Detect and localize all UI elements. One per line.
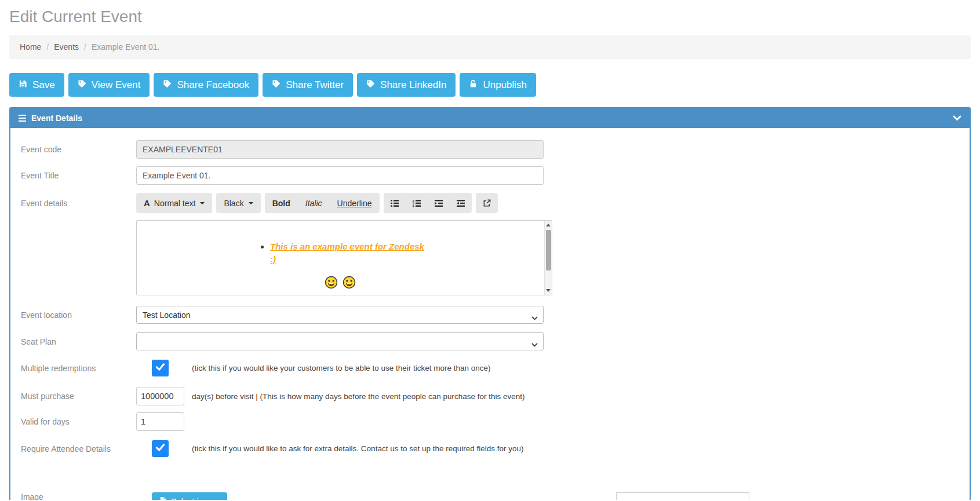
- valid-for-days-label: Valid for days: [21, 417, 136, 426]
- multiple-redemptions-row: Multiple redemptions (tick this if you w…: [21, 360, 970, 376]
- valid-for-days-row: Valid for days: [21, 412, 970, 431]
- export-group: [476, 193, 498, 213]
- editor-text: This is an example event for Zendesk :): [260, 240, 451, 266]
- grinning-face-icon: [325, 276, 338, 291]
- share-linkedin-button[interactable]: Share LinkedIn: [357, 73, 456, 97]
- bold-button[interactable]: Bold: [265, 193, 298, 213]
- require-attendee-details-label: Require Attendee Details: [21, 444, 136, 454]
- scrollbar-thumb[interactable]: [546, 230, 551, 270]
- breadcrumb-separator: /: [46, 42, 49, 52]
- event-details-row: Event details A Normal text Bla: [21, 193, 970, 295]
- share-facebook-button-label: Share Facebook: [177, 79, 249, 91]
- tag-icon: [163, 79, 172, 91]
- tag-icon: [366, 79, 375, 91]
- chevron-down-icon: [531, 339, 538, 349]
- event-details-form: Event code Event Title Event details A N…: [10, 128, 970, 500]
- breadcrumb-events[interactable]: Events: [54, 42, 79, 52]
- breadcrumb: Home / Events / Example Event 01.: [9, 35, 971, 59]
- unlock-icon: [469, 79, 478, 91]
- save-button[interactable]: Save: [9, 73, 64, 97]
- seat-plan-select[interactable]: [136, 332, 544, 350]
- file-icon: [159, 496, 167, 500]
- image-label: Image: [21, 492, 136, 500]
- event-code-label: Event code: [21, 145, 136, 154]
- require-attendee-details-help: (tick this if you would like to ask for …: [192, 444, 524, 453]
- event-details-panel: Event Details Event code Event Title Eve…: [9, 107, 971, 500]
- tag-icon: [272, 79, 280, 91]
- multiple-redemptions-help: (tick this if you would like your custom…: [192, 364, 491, 372]
- editor-content-area[interactable]: This is an example event for Zendesk :): [136, 220, 552, 295]
- action-button-row: Save View Event Share Facebook Share Twi…: [9, 73, 971, 97]
- must-purchase-row: Must purchase day(s) before visit | (Thi…: [21, 387, 970, 405]
- indent-icon[interactable]: [428, 193, 450, 213]
- save-icon: [19, 79, 27, 91]
- share-facebook-button[interactable]: Share Facebook: [154, 73, 258, 97]
- edit-event-page: Edit Current Event Home / Events / Examp…: [0, 8, 980, 500]
- chevron-down-icon[interactable]: [953, 115, 961, 121]
- text-color-label: Black: [224, 199, 243, 208]
- event-location-select[interactable]: Test Location: [136, 306, 544, 324]
- underline-button[interactable]: Underline: [330, 193, 380, 213]
- unordered-list-icon[interactable]: [384, 193, 406, 213]
- share-arrow-icon[interactable]: [476, 193, 498, 213]
- breadcrumb-separator: /: [84, 42, 86, 52]
- save-button-label: Save: [32, 79, 55, 91]
- list-group: [384, 193, 472, 213]
- view-event-button[interactable]: View Event: [68, 73, 150, 97]
- share-linkedin-button-label: Share LinkedIn: [380, 79, 446, 91]
- select-image-button-label: Select image: [171, 497, 220, 500]
- chevron-down-icon: [531, 313, 538, 322]
- color-group: Black: [216, 193, 260, 213]
- text-color-dropdown[interactable]: Black: [216, 193, 260, 213]
- valid-for-days-input[interactable]: [136, 412, 184, 431]
- scroll-down-icon[interactable]: [545, 286, 552, 295]
- caret-down-icon: [200, 202, 205, 204]
- outdent-icon[interactable]: [450, 193, 472, 213]
- event-title-input[interactable]: [136, 166, 544, 185]
- hamburger-icon: [19, 115, 26, 122]
- breadcrumb-current-event: Example Event 01.: [92, 42, 160, 52]
- seat-plan-label: Seat Plan: [21, 337, 136, 346]
- breadcrumb-home[interactable]: Home: [20, 42, 41, 52]
- tag-icon: [78, 79, 86, 91]
- must-purchase-input[interactable]: [136, 387, 184, 405]
- style-group: Bold Italic Underline: [265, 193, 380, 213]
- rich-text-editor: A Normal text Black Bol: [136, 193, 552, 295]
- multiple-redemptions-label: Multiple redemptions: [21, 364, 136, 373]
- editor-toolbar: A Normal text Black Bol: [136, 193, 552, 213]
- must-purchase-label: Must purchase: [21, 392, 136, 401]
- grinning-face-icon: [343, 276, 356, 291]
- event-title-label: Event Title: [21, 171, 136, 180]
- select-image-button[interactable]: Select image: [152, 492, 227, 500]
- editor-scrollbar[interactable]: [544, 221, 552, 295]
- share-twitter-button[interactable]: Share Twitter: [263, 73, 353, 97]
- require-attendee-details-row: Require Attendee Details (tick this if y…: [21, 440, 970, 457]
- require-attendee-details-checkbox[interactable]: [152, 440, 169, 457]
- event-title-row: Event Title: [21, 166, 970, 185]
- editor-emoji-row: [137, 276, 544, 291]
- event-location-row: Event location Test Location: [21, 306, 970, 324]
- event-code-input: [136, 140, 544, 159]
- multiple-redemptions-checkbox[interactable]: [152, 360, 169, 376]
- event-code-row: Event code: [21, 140, 970, 159]
- seat-plan-row: Seat Plan: [21, 332, 970, 350]
- panel-title: Event Details: [31, 114, 82, 123]
- editor-link-line2[interactable]: :): [270, 254, 276, 264]
- event-location-value: Test Location: [143, 310, 191, 320]
- page-title: Edit Current Event: [9, 8, 971, 26]
- text-format-dropdown[interactable]: A Normal text: [136, 193, 212, 213]
- unpublish-button[interactable]: Unpublish: [460, 73, 536, 97]
- editor-link-line1[interactable]: This is an example event for Zendesk: [270, 242, 424, 251]
- italic-button[interactable]: Italic: [298, 193, 330, 213]
- unpublish-button-label: Unpublish: [483, 79, 527, 91]
- event-location-label: Event location: [21, 310, 136, 320]
- event-details-panel-header: Event Details: [10, 108, 970, 128]
- caret-down-icon: [249, 202, 253, 204]
- text-format-label: Normal text: [154, 199, 196, 208]
- checkmark-icon: [154, 441, 166, 456]
- format-group: A Normal text: [136, 193, 212, 213]
- ordered-list-icon[interactable]: [406, 193, 428, 213]
- scroll-up-icon[interactable]: [545, 221, 552, 229]
- must-purchase-help: day(s) before visit | (This is how many …: [192, 392, 525, 401]
- image-preview-box: [616, 492, 749, 500]
